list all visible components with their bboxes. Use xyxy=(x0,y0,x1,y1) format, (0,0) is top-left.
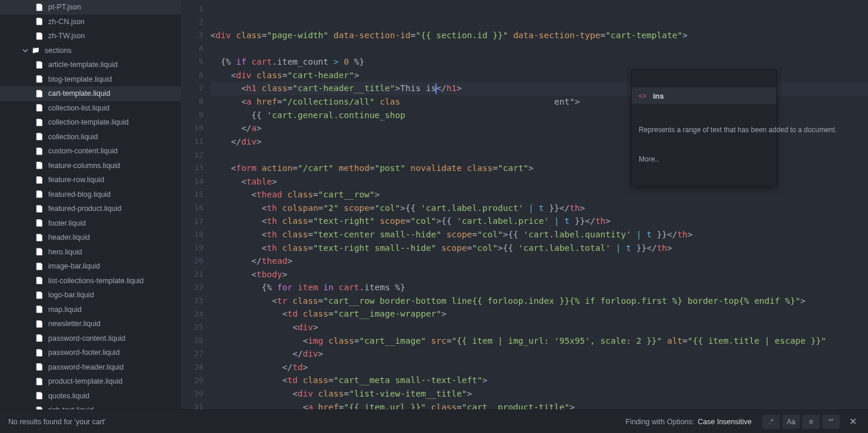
line-number: 29 xyxy=(181,374,203,388)
code-line[interactable]: <img class="cart__image" src="{{ item | … xyxy=(210,334,868,348)
code-line[interactable]: <a href="{{ item.url }}" class="cart__pr… xyxy=(210,401,868,409)
line-number: 16 xyxy=(181,202,203,215)
code-line[interactable]: <th class="text-right" scope="col">{{ 'c… xyxy=(210,214,868,228)
line-number: 18 xyxy=(181,228,203,241)
line-number: 28 xyxy=(181,361,203,374)
find-selection-toggle[interactable]: ≡ xyxy=(802,415,820,429)
code-line[interactable]: <div class="list-view-item__title"> xyxy=(210,387,868,401)
line-number: 15 xyxy=(181,188,203,202)
tree-file-label: password-content.liquid xyxy=(48,334,125,343)
code-line[interactable]: <td class="cart__image-wrapper"> xyxy=(210,307,868,321)
tree-file-label: pt-PT.json xyxy=(48,3,81,11)
tree-file-label: password-footer.liquid xyxy=(48,348,120,357)
code-line[interactable]: <td class="cart__meta small--text-left"> xyxy=(210,374,868,387)
code-line[interactable]: {% if cart.item_count > 0 %} xyxy=(210,55,868,69)
tree-file[interactable]: collection.liquid xyxy=(0,130,181,145)
file-icon xyxy=(35,90,43,98)
file-tree[interactable]: pt-PT.jsonzh-CN.jsonzh-TW.json sections … xyxy=(0,0,181,409)
tree-file-label: feature-columns.liquid xyxy=(48,162,120,170)
find-case-toggle[interactable]: Aa xyxy=(782,415,800,429)
tree-file[interactable]: rich-text.liquid xyxy=(0,403,181,409)
tree-file[interactable]: featured-blog.liquid xyxy=(0,187,181,202)
code-line[interactable]: <tr class="cart__row border-bottom line{… xyxy=(210,294,868,308)
line-number: 25 xyxy=(181,321,203,334)
code-editor[interactable]: 1234567891011121314151617181920212223242… xyxy=(181,0,868,409)
code-line[interactable] xyxy=(210,42,868,56)
tree-file-label: footer.liquid xyxy=(48,219,86,227)
tree-file[interactable]: password-header.liquid xyxy=(0,360,181,375)
tree-file[interactable]: featured-product.liquid xyxy=(0,202,181,216)
tree-file[interactable]: quotes.liquid xyxy=(0,389,181,404)
file-icon xyxy=(35,363,43,371)
find-result-message: No results found for 'your cart' xyxy=(8,418,106,426)
tree-file[interactable]: zh-TW.json xyxy=(0,29,181,43)
tree-file-label: collection.liquid xyxy=(48,133,98,141)
line-number: 9 xyxy=(181,109,203,122)
tree-file-label: featured-product.liquid xyxy=(48,204,121,213)
line-number: 22 xyxy=(181,281,203,294)
find-options-label: Finding with Options: xyxy=(626,418,695,426)
line-number: 26 xyxy=(181,334,203,348)
tree-file[interactable]: logo-bar.liquid xyxy=(0,288,181,303)
file-icon xyxy=(35,4,43,11)
tree-folder-sections[interactable]: sections xyxy=(0,43,181,58)
code-line[interactable]: <tbody> xyxy=(210,268,868,281)
tree-file[interactable]: hero.liquid xyxy=(0,245,181,260)
line-number: 6 xyxy=(181,69,203,82)
tree-file-label: custom-content.liquid xyxy=(48,147,118,155)
tree-file[interactable]: collection-template.liquid xyxy=(0,115,181,130)
code-line[interactable]: <th class="text-center small--hide" scop… xyxy=(210,228,868,241)
tree-file[interactable]: password-content.liquid xyxy=(0,331,181,346)
autocomplete-popup[interactable]: <> ins Represents a range of text that h… xyxy=(631,69,777,186)
tree-file-label: collection-template.liquid xyxy=(48,118,129,126)
line-number: 17 xyxy=(181,215,203,229)
tree-file[interactable]: newsletter.liquid xyxy=(0,317,181,331)
tree-file[interactable]: header.liquid xyxy=(0,230,181,245)
tree-file[interactable]: zh-CN.json xyxy=(0,15,181,29)
code-line[interactable]: <thead class="cart__row"> xyxy=(210,188,868,202)
tree-file[interactable]: footer.liquid xyxy=(0,216,181,231)
code-line[interactable]: </thead> xyxy=(210,254,868,268)
file-icon xyxy=(35,176,43,184)
tree-file[interactable]: map.liquid xyxy=(0,303,181,317)
line-number: 24 xyxy=(181,308,203,321)
file-icon xyxy=(35,18,43,25)
tree-file[interactable]: password-footer.liquid xyxy=(0,345,181,360)
code-line[interactable]: <th class="text-right small--hide" scope… xyxy=(210,241,868,255)
tree-file-label: newsletter.liquid xyxy=(48,320,100,328)
line-number: 12 xyxy=(181,149,203,162)
find-close-button[interactable]: ✕ xyxy=(846,416,860,427)
code-brackets-icon: <> xyxy=(638,91,647,100)
code-line[interactable]: <div> xyxy=(210,321,868,334)
file-icon xyxy=(35,248,43,256)
tree-file[interactable]: blog-template.liquid xyxy=(0,72,181,87)
find-whole-word-toggle[interactable]: “” xyxy=(822,415,840,429)
tree-file-label: featured-blog.liquid xyxy=(48,190,110,199)
tree-file[interactable]: article-template.liquid xyxy=(0,58,181,72)
code-content[interactable]: <div class="page-width" data-section-id=… xyxy=(210,0,868,409)
tree-file-label: zh-CN.json xyxy=(48,18,85,26)
tree-file[interactable]: image-bar.liquid xyxy=(0,259,181,274)
code-line[interactable]: </div> xyxy=(210,347,868,361)
tree-file[interactable]: list-collections-template.liquid xyxy=(0,274,181,288)
line-number: 14 xyxy=(181,175,203,189)
autocomplete-more-link[interactable]: More.. xyxy=(632,154,776,168)
tree-file[interactable]: product-template.liquid xyxy=(0,374,181,389)
code-line[interactable]: </td> xyxy=(210,361,868,374)
tree-file-label: zh-TW.json xyxy=(48,32,85,40)
code-line[interactable]: {% for item in cart.items %} xyxy=(210,281,868,294)
autocomplete-item[interactable]: <> ins xyxy=(632,88,776,104)
code-line[interactable]: <div class="page-width" data-section-id=… xyxy=(210,29,868,42)
tree-file[interactable]: cart-template.liquid xyxy=(0,86,181,101)
find-regex-toggle[interactable]: .* xyxy=(762,415,780,429)
line-number: 2 xyxy=(181,16,203,29)
tree-file[interactable]: pt-PT.json xyxy=(0,0,181,15)
code-line[interactable]: <th colspan="2" scope="col">{{ 'cart.lab… xyxy=(210,202,868,215)
tree-file[interactable]: feature-columns.liquid xyxy=(0,159,181,173)
tree-file[interactable]: feature-row.liquid xyxy=(0,173,181,187)
tree-file-label: image-bar.liquid xyxy=(48,262,100,270)
tree-file[interactable]: custom-content.liquid xyxy=(0,144,181,159)
find-options-value: Case Insensitive xyxy=(698,418,752,426)
tree-file[interactable]: collection-list.liquid xyxy=(0,101,181,116)
tree-file-label: list-collections-template.liquid xyxy=(48,277,144,285)
